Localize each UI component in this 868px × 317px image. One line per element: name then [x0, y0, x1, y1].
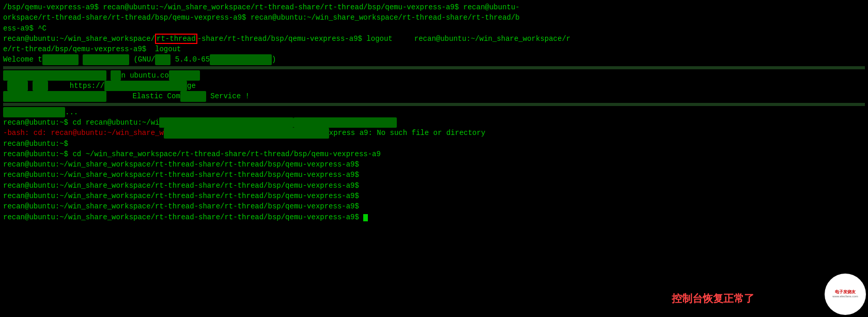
blur-15	[293, 117, 397, 128]
terminal-line-2: orkspace/rt-thread-share/rt-thread/bsp/q…	[3, 12, 865, 23]
terminal-line-10: ...	[3, 107, 865, 117]
blur-10	[104, 81, 187, 91]
blur-16	[164, 128, 329, 138]
watermark-top: 电子发烧友	[835, 290, 856, 295]
terminal-line-11: recan@ubuntu:~$ cd recan@ubuntu:~/wi	[3, 117, 865, 128]
blur-8	[7, 81, 28, 91]
blur-6	[111, 70, 121, 81]
blur-1	[42, 54, 79, 65]
service-text: Service	[210, 92, 241, 100]
watermark: 电子发烧友 www.elecfans.com	[825, 274, 866, 315]
terminal-line-6: Welcome t (GNU/ 5.4.0-65 )	[3, 54, 865, 65]
blur-9	[33, 81, 48, 91]
terminal-line-3: ess-a9$ ^C	[3, 23, 865, 34]
chinese-note: 控制台恢复正常了	[672, 292, 754, 306]
blur-14	[159, 117, 293, 128]
blur-12	[180, 91, 206, 101]
error-text: -bash: cd: recan@ubuntu:~/win_share_w	[3, 129, 164, 137]
highlight-box: rt-thread	[155, 34, 197, 44]
blur-4	[210, 54, 272, 65]
separator-2	[3, 103, 865, 106]
terminal-line-14: recan@ubuntu:~$ cd ~/win_share_workspace…	[3, 149, 865, 159]
blur-3	[155, 54, 171, 65]
cursor	[363, 214, 368, 221]
terminal-line-7: n ubuntu.co	[3, 70, 865, 81]
terminal-line-9: Elastic Com Service !	[3, 91, 865, 101]
blur-11	[3, 91, 106, 101]
logout-text-2: logout	[155, 45, 181, 53]
terminal-line-4: recan@ubuntu:~/win_share_workspace/rt-th…	[3, 34, 865, 44]
terminal-line-16: recan@ubuntu:~/win_share_workspace/rt-th…	[3, 170, 865, 180]
terminal-line-13: recan@ubuntu:~$	[3, 139, 865, 149]
blur-13	[3, 107, 65, 117]
separator-1	[3, 66, 865, 69]
blur-5	[3, 70, 106, 81]
terminal-line-18: recan@ubuntu:~/win_share_workspace/rt-th…	[3, 191, 865, 201]
terminal: /bsp/qemu-vexpress-a9$ recan@ubuntu:~/wi…	[0, 0, 868, 317]
blur-2	[83, 54, 129, 65]
terminal-line-17: recan@ubuntu:~/win_share_workspace/rt-th…	[3, 180, 865, 191]
watermark-url: www.elecfans.com	[832, 295, 858, 299]
logout-text: logout	[366, 35, 392, 43]
blur-7	[169, 70, 200, 81]
terminal-line-1: /bsp/qemu-vexpress-a9$ recan@ubuntu:~/wi…	[3, 2, 865, 12]
terminal-line-5: e/rt-thread/bsp/qemu-vexpress-a9$ logout	[3, 44, 865, 54]
terminal-line-19: recan@ubuntu:~/win_share_workspace/rt-th…	[3, 201, 865, 212]
terminal-line-8: https:// ge	[3, 81, 865, 91]
terminal-line-12: -bash: cd: recan@ubuntu:~/win_share_w xp…	[3, 128, 865, 138]
terminal-line-20: recan@ubuntu:~/win_share_workspace/rt-th…	[3, 212, 865, 222]
terminal-line-15: recan@ubuntu:~/win_share_workspace/rt-th…	[3, 159, 865, 170]
